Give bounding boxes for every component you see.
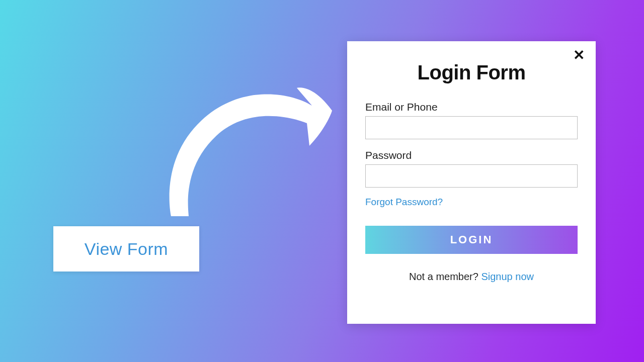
email-field[interactable]: [365, 116, 578, 139]
login-title: Login Form: [365, 61, 578, 84]
login-modal: ✕ Login Form Email or Phone Password For…: [347, 41, 596, 324]
login-button[interactable]: LOGIN: [365, 226, 578, 254]
signup-link[interactable]: Signup now: [481, 271, 534, 282]
password-field[interactable]: [365, 164, 578, 188]
signup-prompt: Not a member?: [409, 271, 481, 282]
close-icon[interactable]: ✕: [573, 48, 585, 62]
email-label: Email or Phone: [365, 101, 578, 113]
password-label: Password: [365, 149, 578, 161]
forgot-password-link[interactable]: Forgot Password?: [365, 197, 443, 208]
view-form-button[interactable]: View Form: [53, 226, 199, 272]
arrow-icon: [141, 65, 342, 226]
signup-row: Not a member? Signup now: [365, 271, 578, 283]
